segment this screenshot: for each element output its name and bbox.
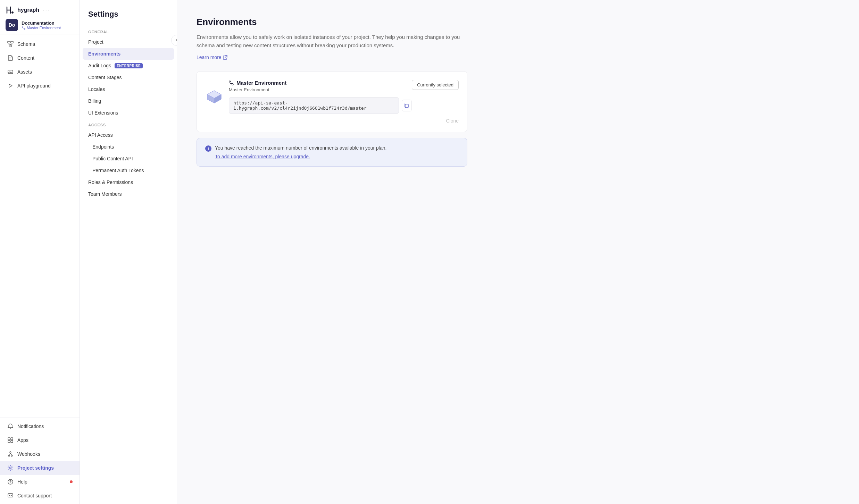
settings-item-locales[interactable]: Locales (80, 83, 177, 95)
settings-title: Settings (80, 10, 177, 26)
brand-name: hygraph (17, 7, 39, 13)
svg-rect-12 (11, 438, 13, 440)
main-content: Environments Environments allow you to s… (177, 0, 859, 504)
env-icon (205, 87, 223, 107)
settings-item-billing[interactable]: Billing (80, 95, 177, 107)
upgrade-link[interactable]: To add more environments, please upgrade… (205, 154, 459, 159)
svg-point-16 (11, 455, 12, 456)
svg-point-18 (10, 467, 11, 469)
upgrade-info-text: You have reached the maximum number of e… (215, 145, 386, 151)
help-icon (7, 478, 14, 485)
branch-icon (22, 26, 26, 30)
assets-icon (7, 68, 14, 75)
svg-point-27 (232, 84, 233, 85)
project-row[interactable]: Do Documentation Master Environment (6, 19, 74, 31)
sidebar-label-help: Help (17, 479, 27, 485)
sidebar: hygraph ··· Do Documentation Master Envi… (0, 0, 80, 504)
project-env: Master Environment (22, 26, 61, 30)
webhooks-icon (7, 451, 14, 457)
sidebar-item-notifications[interactable]: Notifications (0, 419, 80, 433)
svg-rect-5 (9, 45, 12, 47)
svg-point-15 (8, 455, 10, 456)
svg-point-1 (22, 26, 23, 27)
content-icon (7, 54, 14, 61)
settings-item-endpoints[interactable]: Endpoints (80, 141, 177, 153)
svg-point-2 (24, 28, 25, 29)
svg-marker-10 (9, 84, 12, 87)
settings-item-ui-extensions[interactable]: UI Extensions (80, 107, 177, 119)
sidebar-item-project-settings[interactable]: Project settings (0, 461, 80, 475)
settings-item-roles-permissions[interactable]: Roles & Permissions (80, 176, 177, 188)
sidebar-item-contact-support[interactable]: Contact support (0, 489, 80, 503)
sidebar-item-webhooks[interactable]: Webhooks (0, 447, 80, 461)
info-icon: i (205, 145, 211, 152)
sidebar-label-content: Content (17, 55, 34, 61)
svg-rect-8 (8, 70, 13, 74)
sidebar-label-schema: Schema (17, 41, 35, 47)
env-url-row: https://api-sa-east-1.hygraph.com/v2/cl4… (229, 97, 412, 114)
settings-item-public-content-api[interactable]: Public Content API (80, 153, 177, 165)
external-link-icon (223, 55, 227, 60)
svg-rect-4 (11, 41, 13, 43)
sidebar-item-help[interactable]: Help (0, 475, 80, 489)
upgrade-banner: i You have reached the maximum number of… (197, 138, 467, 167)
clone-button[interactable]: Clone (205, 118, 459, 124)
hygraph-logo (6, 6, 15, 15)
api-playground-icon (7, 82, 14, 89)
sidebar-label-project-settings: Project settings (17, 465, 54, 471)
help-notification-dot (70, 480, 73, 483)
sidebar-label-contact-support: Contact support (17, 493, 52, 498)
settings-item-project[interactable]: Project (80, 36, 177, 48)
sidebar-item-assets[interactable]: Assets (0, 65, 80, 79)
sidebar-label-apps: Apps (17, 437, 28, 443)
svg-rect-14 (11, 440, 13, 443)
settings-item-api-access[interactable]: API Access (80, 129, 177, 141)
svg-rect-11 (8, 438, 10, 440)
sidebar-item-api-playground[interactable]: API playground (0, 79, 80, 93)
contact-support-icon (7, 492, 14, 499)
main-nav: Schema Content Assets (0, 34, 80, 418)
sidebar-bottom: Notifications Apps (0, 418, 80, 504)
env-name-row: Master Environment (229, 80, 412, 86)
env-branch-icon (229, 81, 234, 85)
general-section-label: GENERAL (80, 26, 177, 36)
sidebar-item-content[interactable]: Content (0, 51, 80, 65)
notifications-icon (7, 423, 14, 430)
access-section-label: ACCESS (80, 119, 177, 129)
env-card: Master Environment Master Environment ht… (197, 71, 467, 132)
settings-item-audit-logs[interactable]: Audit Logs ENTERPRISE (80, 60, 177, 72)
enterprise-badge: ENTERPRISE (115, 63, 143, 68)
sidebar-label-notifications: Notifications (17, 423, 44, 429)
settings-item-permanent-auth-tokens[interactable]: Permanent Auth Tokens (80, 165, 177, 176)
sidebar-label-assets: Assets (17, 69, 32, 75)
env-url: https://api-sa-east-1.hygraph.com/v2/cl4… (229, 97, 399, 114)
project-settings-icon (7, 464, 14, 471)
sidebar-label-api-playground: API playground (17, 83, 51, 89)
svg-rect-13 (8, 440, 10, 443)
svg-point-17 (10, 452, 11, 453)
apps-icon (7, 437, 14, 444)
settings-panel: Settings GENERAL Project Environments Au… (80, 0, 177, 504)
settings-item-team-members[interactable]: Team Members (80, 188, 177, 200)
env-subtitle: Master Environment (229, 87, 412, 92)
settings-item-content-stages[interactable]: Content Stages (80, 72, 177, 83)
sidebar-item-schema[interactable]: Schema (0, 37, 80, 51)
svg-rect-3 (8, 41, 10, 43)
sidebar-label-webhooks: Webhooks (17, 451, 40, 457)
env-name: Master Environment (236, 80, 286, 86)
sidebar-item-apps[interactable]: Apps (0, 433, 80, 447)
currently-selected-badge: Currently selected (412, 80, 459, 90)
svg-point-26 (229, 81, 231, 82)
schema-icon (7, 41, 14, 48)
copy-url-button[interactable] (402, 100, 412, 111)
svg-point-20 (10, 483, 10, 483)
settings-item-environments[interactable]: Environments (83, 48, 174, 60)
svg-rect-28 (405, 104, 408, 108)
project-name: Documentation (22, 20, 61, 26)
page-title: Environments (197, 17, 840, 27)
learn-more-link[interactable]: Learn more (197, 54, 840, 60)
brand-dots: ··· (43, 7, 50, 13)
svg-point-0 (11, 11, 14, 14)
page-description: Environments allow you to safely work on… (197, 33, 460, 50)
project-avatar: Do (6, 19, 18, 31)
